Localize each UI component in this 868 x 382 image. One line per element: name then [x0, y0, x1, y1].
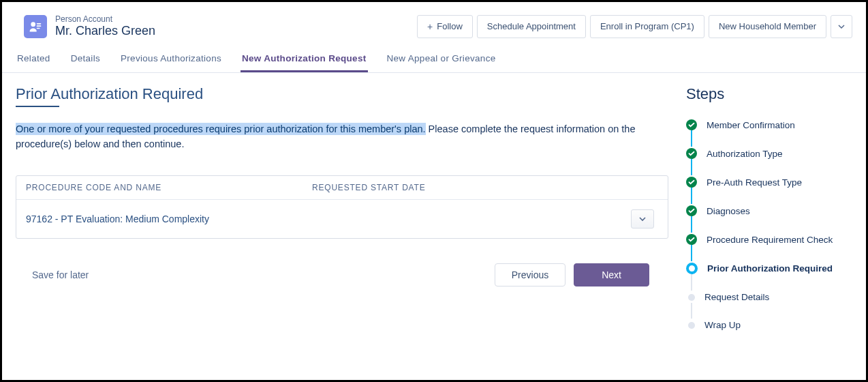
- follow-label: Follow: [437, 21, 463, 31]
- step-wrap-up[interactable]: Wrap Up: [686, 317, 851, 345]
- page-title: Prior Authorization Required: [16, 85, 668, 103]
- new-household-member-button[interactable]: New Household Member: [709, 15, 826, 38]
- check-icon: [686, 148, 697, 159]
- schedule-appointment-button[interactable]: Schedule Appointment: [477, 15, 586, 38]
- save-for-later-link[interactable]: Save for later: [32, 269, 89, 280]
- chevron-down-icon: [838, 23, 845, 30]
- person-account-icon: [24, 15, 47, 38]
- procedure-code-cell: 97162 - PT Evaluation: Medium Complexity: [26, 214, 312, 224]
- plus-icon: +: [427, 21, 433, 32]
- more-actions-button[interactable]: [831, 15, 852, 38]
- step-procedure-requirement-check[interactable]: Procedure Requirement Check: [686, 231, 851, 260]
- step-label: Wrap Up: [704, 320, 741, 330]
- record-tabs: RelatedDetailsPrevious AuthorizationsNew…: [2, 45, 866, 73]
- steps-title: Steps: [686, 85, 851, 103]
- future-step-icon: [688, 294, 695, 301]
- step-pre-auth-request-type[interactable]: Pre-Auth Request Type: [686, 174, 851, 203]
- check-icon: [686, 119, 697, 130]
- check-icon: [686, 205, 697, 216]
- wizard-footer: Save for later Previous Next: [16, 263, 668, 286]
- svg-rect-3: [37, 27, 40, 29]
- step-label: Member Confirmation: [707, 120, 795, 130]
- expand-row-button[interactable]: [631, 209, 654, 229]
- step-member-confirmation[interactable]: Member Confirmation: [686, 117, 851, 145]
- tab-details[interactable]: Details: [69, 45, 102, 72]
- enroll-program-button[interactable]: Enroll in Program (CP1): [590, 15, 704, 38]
- header-action-bar: + Follow Schedule Appointment Enroll in …: [417, 15, 852, 38]
- step-request-details[interactable]: Request Details: [686, 289, 851, 317]
- table-row: 97162 - PT Evaluation: Medium Complexity: [16, 200, 668, 238]
- col-header-date: REQUESTED START DATE: [312, 183, 631, 192]
- table-header-row: PROCEDURE CODE AND NAME REQUESTED START …: [16, 176, 668, 200]
- title-underline: [16, 106, 59, 107]
- chevron-down-icon: [639, 216, 646, 222]
- main-panel: Prior Authorization Required One or more…: [14, 83, 670, 345]
- col-header-code: PROCEDURE CODE AND NAME: [26, 183, 312, 192]
- svg-rect-1: [37, 23, 42, 25]
- step-label: Prior Authorization Required: [707, 263, 833, 274]
- description-text: One or more of your requested procedures…: [16, 122, 642, 152]
- check-icon: [686, 177, 697, 188]
- tab-new-authorization-request[interactable]: New Authorization Request: [241, 45, 368, 72]
- steps-panel: Steps Member ConfirmationAuthorization T…: [683, 83, 854, 345]
- account-name: Mr. Charles Green: [55, 24, 155, 38]
- step-label: Authorization Type: [707, 149, 783, 159]
- step-authorization-type[interactable]: Authorization Type: [686, 145, 851, 174]
- procedure-table: PROCEDURE CODE AND NAME REQUESTED START …: [16, 175, 668, 239]
- future-step-icon: [688, 322, 695, 329]
- description-highlight: One or more of your requested procedures…: [16, 123, 426, 135]
- follow-button[interactable]: + Follow: [417, 15, 473, 38]
- step-label: Request Details: [704, 292, 769, 302]
- svg-rect-2: [37, 25, 42, 27]
- tab-new-appeal-or-grievance[interactable]: New Appeal or Grievance: [386, 45, 497, 72]
- record-type-label: Person Account: [55, 14, 155, 24]
- step-label: Procedure Requirement Check: [707, 235, 833, 245]
- step-prior-authorization-required[interactable]: Prior Authorization Required: [686, 260, 851, 289]
- previous-button[interactable]: Previous: [495, 263, 565, 286]
- step-label: Diagnoses: [707, 206, 750, 216]
- check-icon: [686, 234, 697, 245]
- tab-previous-authorizations[interactable]: Previous Authorizations: [119, 45, 223, 72]
- next-button[interactable]: Next: [574, 263, 649, 286]
- svg-point-0: [31, 22, 35, 27]
- step-diagnoses[interactable]: Diagnoses: [686, 203, 851, 231]
- step-label: Pre-Auth Request Type: [707, 177, 802, 188]
- page-header: Person Account Mr. Charles Green + Follo…: [2, 2, 866, 45]
- tab-related[interactable]: Related: [16, 45, 52, 72]
- current-step-icon: [686, 263, 698, 274]
